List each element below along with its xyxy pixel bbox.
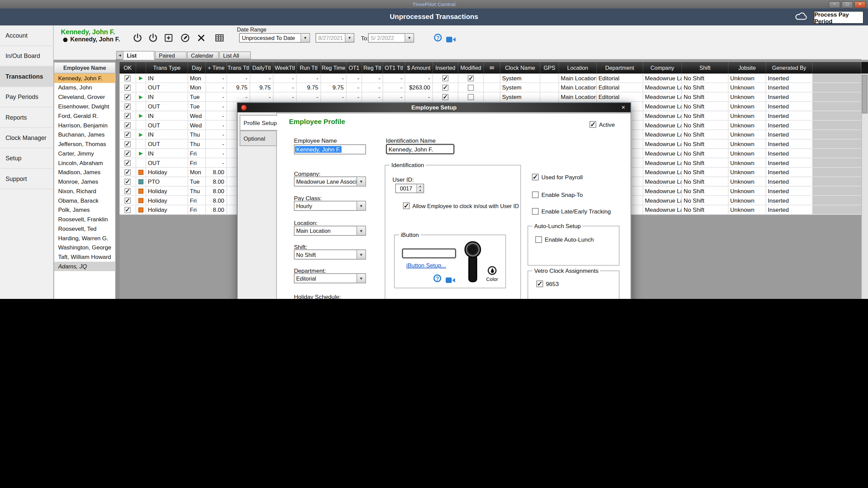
checkbox[interactable] <box>124 75 131 81</box>
allow-userid-checkbox-row[interactable]: Allow Employee to clock in/out with User… <box>403 203 519 209</box>
employee-list-header[interactable]: Employee Name <box>54 62 116 74</box>
column-header[interactable]: Reg Ttl <box>362 62 383 74</box>
delete-transaction-icon[interactable] <box>195 32 206 43</box>
ok-cell[interactable] <box>120 130 136 139</box>
dropdown-arrow-icon[interactable]: ▾ <box>356 201 365 210</box>
ibutton-setup-link[interactable]: iButton Setup... <box>406 262 446 268</box>
modified-cell[interactable] <box>458 74 484 82</box>
ok-cell[interactable] <box>120 158 136 167</box>
column-header[interactable]: Run Ttl <box>297 62 321 74</box>
column-header[interactable]: Department <box>597 62 643 74</box>
column-header[interactable]: Company <box>643 62 682 74</box>
maximize-button[interactable]: □ <box>842 1 853 8</box>
dropdown-arrow-icon[interactable]: ▾ <box>356 177 365 186</box>
sidebar-item-clock-manager[interactable]: Clock Manager <box>0 128 53 148</box>
flag-enable-snap-to[interactable]: Enable Snap-To <box>532 191 583 198</box>
minimize-button[interactable]: − <box>829 1 840 8</box>
employee-list-item[interactable]: Cleveland, Grover <box>54 93 115 102</box>
column-header[interactable]: Jobsite <box>729 62 766 74</box>
checkbox[interactable] <box>442 84 448 90</box>
tab-paired[interactable]: Paired <box>155 52 186 59</box>
help-icon[interactable]: ? <box>433 274 441 282</box>
dialog-close-icon[interactable]: × <box>619 104 627 111</box>
spin-up-icon[interactable]: ▲ <box>417 184 423 188</box>
checkbox[interactable] <box>124 207 131 213</box>
mail-column-icon[interactable]: ✉ <box>484 62 500 74</box>
vetro-clock-checkbox-row[interactable]: 9653 <box>536 281 559 287</box>
clock-in-icon[interactable] <box>132 32 143 43</box>
enable-auto-lunch-checkbox-row[interactable]: Enable Auto-Lunch <box>535 236 594 243</box>
checkbox[interactable] <box>124 141 131 147</box>
column-header[interactable] <box>136 62 146 74</box>
checkbox[interactable] <box>124 103 131 109</box>
table-scroll-thumb[interactable] <box>862 75 867 113</box>
checkbox[interactable] <box>536 281 543 287</box>
field-select-department[interactable]: Editorial▾ <box>294 273 366 283</box>
field-select-pay-class[interactable]: Hourly▾ <box>294 201 366 211</box>
tab-scroll-left-button[interactable]: ◄ <box>116 51 123 60</box>
checkbox[interactable] <box>124 160 131 166</box>
spin-down-icon[interactable]: ▼ <box>417 188 423 192</box>
date-range-preset-select[interactable]: Unprocessed To Date ▾ <box>239 33 310 43</box>
column-header[interactable]: Inserted <box>433 62 458 74</box>
employee-list-item[interactable]: Adams, JQ <box>54 262 115 271</box>
edit-transaction-icon[interactable] <box>179 32 191 43</box>
tab-list-all[interactable]: List All <box>219 52 251 59</box>
flag-enable-late-early-tracking[interactable]: Enable Late/Early Tracking <box>532 208 611 215</box>
column-header[interactable]: WeekTtl <box>274 62 297 74</box>
panel-splitter[interactable] <box>116 60 119 299</box>
employee-list-item[interactable]: Kennedy, John F. <box>54 74 115 83</box>
employee-list-item[interactable]: Monroe, James <box>54 177 115 186</box>
checkbox[interactable] <box>590 121 596 128</box>
flag-used-for-payroll[interactable]: Used for Payroll <box>532 174 583 181</box>
employee-list-item[interactable]: Adams, John <box>54 83 115 93</box>
modified-cell[interactable] <box>458 83 484 92</box>
checkbox[interactable] <box>468 94 474 100</box>
employee-list-item[interactable]: Obama, Barack <box>54 196 115 205</box>
dialog-tab-profile-setup[interactable]: Profile Setup <box>240 115 277 131</box>
chevron-down-icon[interactable]: ▾ <box>301 34 310 42</box>
column-header[interactable]: Trans Ttl <box>227 62 250 74</box>
help-icon[interactable]: ? <box>434 34 442 42</box>
checkbox[interactable] <box>532 191 539 198</box>
identification-name-input[interactable]: Kennedy, John F. <box>386 144 454 154</box>
field-select-company[interactable]: Meadowrue Lane Associates▾ <box>294 177 366 186</box>
column-header[interactable]: OK <box>120 62 136 74</box>
dropdown-arrow-icon[interactable]: ▾ <box>356 226 365 235</box>
calendar-dropdown-icon[interactable]: ▾ <box>345 34 354 42</box>
checkbox[interactable] <box>468 75 474 81</box>
dialog-tab-optional[interactable]: Optional <box>240 130 277 146</box>
modified-cell[interactable] <box>458 93 484 101</box>
employee-list-item[interactable]: Jefferson, Thomas <box>54 139 115 149</box>
ok-cell[interactable] <box>120 205 136 214</box>
ok-cell[interactable] <box>120 121 136 129</box>
video-help-icon[interactable] <box>446 35 456 45</box>
column-header[interactable]: Day <box>188 62 206 74</box>
column-header[interactable]: Location <box>559 62 597 74</box>
column-header[interactable] <box>813 62 862 74</box>
checkbox[interactable] <box>124 150 131 156</box>
process-pay-period-button[interactable]: Process Pay Period <box>814 11 864 24</box>
checkbox[interactable] <box>124 188 131 194</box>
calendar-dropdown-icon[interactable]: ▾ <box>405 34 413 42</box>
column-header[interactable]: GPS <box>540 62 559 74</box>
field-select-location[interactable]: Main Location▾ <box>294 226 366 236</box>
ok-cell[interactable] <box>120 139 136 148</box>
checkbox[interactable] <box>124 179 131 185</box>
employee-list-item[interactable]: Roosevelt, Ted <box>54 224 115 233</box>
employee-list-item[interactable]: Harding, Warren G. <box>54 233 115 243</box>
checkbox[interactable] <box>442 75 448 81</box>
timecard-grid-icon[interactable] <box>214 32 225 43</box>
inserted-cell[interactable] <box>433 83 458 92</box>
tab-calendar[interactable]: Calendar <box>187 52 219 59</box>
sidebar-item-account[interactable]: Account <box>0 25 53 46</box>
employee-list-item[interactable]: Taft, William Howard <box>54 252 115 262</box>
checkbox[interactable] <box>535 236 542 243</box>
checkbox[interactable] <box>442 94 448 100</box>
add-transaction-icon[interactable] <box>163 32 174 43</box>
checkbox[interactable] <box>124 169 131 175</box>
dropdown-arrow-icon[interactable]: ▾ <box>356 274 365 283</box>
employee-list-item[interactable]: Harrison, Benjamin <box>54 121 115 130</box>
sidebar-item-setup[interactable]: Setup <box>0 148 53 169</box>
column-header[interactable]: DailyTtl <box>250 62 274 74</box>
